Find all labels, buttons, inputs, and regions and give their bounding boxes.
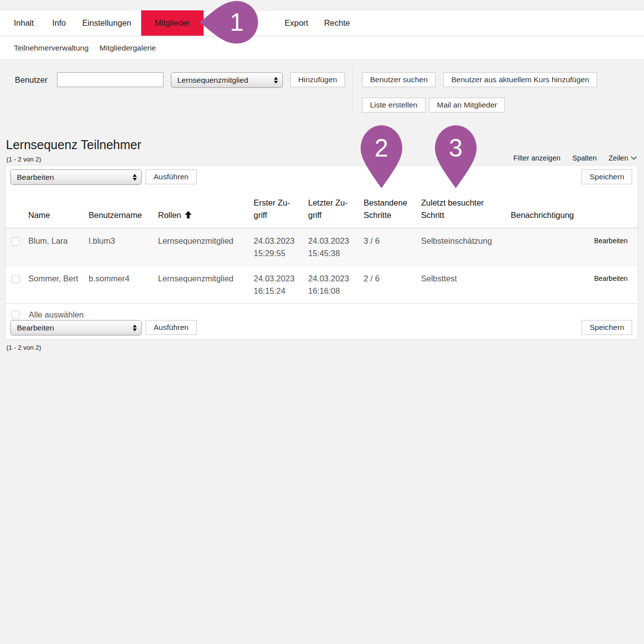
nav-item-rechte[interactable]: Rechte <box>324 10 350 36</box>
spalten-link[interactable]: Spalten <box>572 154 596 162</box>
result-count-top: (1 - 2 von 2) <box>6 156 41 163</box>
speichern-button-bottom[interactable]: Speichern <box>582 320 632 335</box>
hinzufuegen-button[interactable]: Hinzufügen <box>290 72 345 87</box>
cell-last-access: 24.03.2023 16:16:08 <box>308 266 364 304</box>
callout-pin-2: 2 <box>361 125 402 188</box>
table-header-row: Name Benutzername Rollen Erster Zu­griff… <box>5 189 638 228</box>
cell-name: Blum, Lara <box>28 228 89 266</box>
members-table-panel: Bearbeiten Ausführen Speichern Name Benu… <box>5 165 638 340</box>
benutzer-label: Benutzer <box>15 72 48 87</box>
page-title: Lernsequenz Teilnehmer <box>6 138 141 152</box>
select-all-checkbox[interactable] <box>11 311 20 319</box>
ausfuehren-button-top[interactable]: Ausführen <box>146 169 197 184</box>
table-view-links: Filter anzeigen Spalten Zeilen <box>513 154 637 162</box>
row-checkbox[interactable] <box>11 275 20 283</box>
nav-item-einstellungen[interactable]: Einstellungen <box>82 10 131 36</box>
role-select-value: Lernsequenzmitglied <box>177 76 248 85</box>
ausfuehren-button-bottom[interactable]: Ausführen <box>146 320 197 335</box>
cell-role: Lernsequenzmitglied <box>158 266 254 304</box>
sort-asc-icon <box>185 211 192 218</box>
nav-item-inhalt[interactable]: Inhalt <box>14 10 34 36</box>
column-header-actions <box>593 189 638 228</box>
nav-item-mitglieder-active[interactable]: Mitglieder <box>141 10 204 36</box>
select-all-label: Alle auswählen <box>29 310 84 319</box>
row-checkbox-cell <box>5 266 28 304</box>
nav-item-info[interactable]: Info <box>52 10 66 36</box>
benutzer-input[interactable] <box>57 72 163 87</box>
header-checkbox-cell <box>5 189 28 228</box>
callout-number: 1 <box>222 7 252 37</box>
filter-anzeigen-link[interactable]: Filter anzeigen <box>513 154 560 162</box>
members-table: Name Benutzername Rollen Erster Zu­griff… <box>5 189 638 325</box>
cell-notification <box>511 228 593 266</box>
zeilen-link-label: Zeilen <box>609 154 629 162</box>
cell-actions: Bearbeiten <box>593 266 638 304</box>
column-header-zuletzt-besuchter-schritt[interactable]: Zuletzt besuchter Schritt <box>421 189 511 228</box>
column-header-benutzername[interactable]: Benutzername <box>89 189 158 228</box>
callout-pin-1: 1 <box>200 1 258 44</box>
callout-number: 3 <box>441 133 471 163</box>
speichern-button-top[interactable]: Speichern <box>582 169 632 184</box>
callout-number: 2 <box>367 133 396 163</box>
select-updown-icon <box>133 174 137 181</box>
bulk-action-value-top: Bearbeiten <box>17 173 54 182</box>
cell-username: b.sommer4 <box>89 266 158 304</box>
row-checkbox[interactable] <box>11 237 20 246</box>
top-navigation: Inhalt Info Einstellungen Mitglieder Exp… <box>0 10 644 36</box>
cell-last-visited-step: Selbsteinschätzung <box>421 228 511 266</box>
column-header-letzter-zugriff[interactable]: Letzter Zu­griff <box>308 189 364 228</box>
row-checkbox-cell <box>5 228 28 266</box>
column-header-name[interactable]: Name <box>28 189 89 228</box>
column-header-erster-zugriff[interactable]: Erster Zu­griff <box>254 189 308 228</box>
column-header-bestandene-schritte[interactable]: Bestandene Schritte <box>364 189 421 228</box>
role-select[interactable]: Lernsequenzmitglied <box>171 72 283 88</box>
mail-an-mitglieder-button[interactable]: Mail an Mitglieder <box>429 98 505 112</box>
column-header-rollen[interactable]: Rollen <box>158 189 254 228</box>
cell-passed-steps: 2 / 6 <box>364 266 421 304</box>
cell-name: Sommer, Bert <box>28 266 89 304</box>
chevron-down-icon <box>631 156 637 160</box>
cell-actions: Bearbeiten <box>593 228 638 266</box>
bulk-action-select-top[interactable]: Bearbeiten <box>10 169 142 185</box>
nav-item-export[interactable]: Export <box>285 10 309 36</box>
bulk-action-select-bottom[interactable]: Bearbeiten <box>10 320 142 335</box>
subnav-item-mitgliedergalerie[interactable]: Mitgliedergalerie <box>100 44 156 53</box>
form-divider <box>352 67 353 114</box>
page: Inhalt Info Einstellungen Mitglieder Exp… <box>0 0 644 644</box>
table-row: Blum, Lara l.blum3 Lernsequenzmitglied 2… <box>5 228 638 266</box>
benutzer-aus-kurs-button[interactable]: Benutzer aus aktuellem Kurs hinzufügen <box>443 72 597 87</box>
result-count-bottom: (1 - 2 von 2) <box>6 344 41 351</box>
subnav-item-teilnehmerverwaltung[interactable]: Teilnehmerverwaltung <box>14 44 89 53</box>
cell-notification <box>511 266 593 304</box>
sub-navigation: Teilnehmerverwaltung Mitgliedergalerie <box>0 37 644 60</box>
cell-first-access: 24.03.2023 15:29:55 <box>254 228 308 266</box>
cell-last-visited-step: Selbsttest <box>421 266 511 304</box>
liste-erstellen-button[interactable]: Liste erstellen <box>362 98 426 112</box>
column-header-rollen-label: Rollen <box>158 211 181 219</box>
callout-pin-3: 3 <box>435 125 477 188</box>
cell-first-access: 24.03.2023 16:15:24 <box>254 266 308 304</box>
cell-role: Lernsequenzmitglied <box>158 228 254 266</box>
column-header-benachrichtigung[interactable]: Benachrichtigung <box>511 189 593 228</box>
select-updown-icon <box>274 77 278 84</box>
row-bearbeiten-link[interactable]: Bearbeiten <box>593 235 628 247</box>
select-updown-icon <box>133 324 137 331</box>
benutzer-suchen-button[interactable]: Benutzer suchen <box>362 72 435 87</box>
row-bearbeiten-link[interactable]: Bearbeiten <box>593 272 628 285</box>
cell-last-access: 24.03.2023 15:45:38 <box>308 228 364 266</box>
bulk-action-value-bottom: Bearbeiten <box>17 323 54 332</box>
cell-passed-steps: 3 / 6 <box>364 228 421 266</box>
zeilen-link[interactable]: Zeilen <box>609 154 638 162</box>
cell-username: l.blum3 <box>89 228 158 266</box>
table-row: Sommer, Bert b.sommer4 Lernsequenzmitgli… <box>5 266 638 304</box>
